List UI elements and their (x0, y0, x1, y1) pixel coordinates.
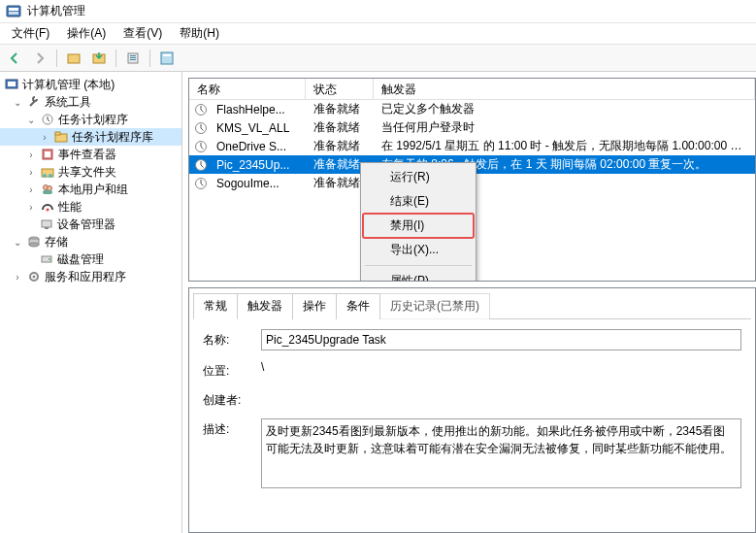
properties-button[interactable] (122, 48, 144, 69)
task-row[interactable]: KMS_VL_ALL准备就绪当任何用户登录时 (189, 118, 755, 137)
svg-rect-12 (8, 82, 16, 86)
chevron-down-icon[interactable]: ⌄ (12, 97, 23, 108)
create-task-button[interactable] (63, 48, 84, 69)
tab-triggers[interactable]: 触发器 (237, 293, 293, 319)
svg-rect-3 (68, 54, 80, 63)
svg-rect-26 (45, 227, 49, 229)
chevron-down-icon[interactable]: ⌄ (25, 115, 37, 125)
nav-back-button[interactable] (4, 48, 25, 69)
tree-systools[interactable]: ⌄ 系统工具 (0, 93, 181, 111)
svg-point-22 (48, 186, 52, 191)
row-location: 位置: \ (203, 360, 741, 380)
menu-view[interactable]: 查看(V) (115, 23, 170, 44)
task-list[interactable]: 名称 状态 触发器 FlashHelpe...准备就绪已定义多个触发器KMS_V… (188, 78, 756, 282)
chevron-right-icon[interactable]: › (25, 167, 37, 178)
tree-root[interactable]: 计算机管理 (本地) (0, 76, 181, 93)
task-icon (193, 120, 209, 136)
cm-export[interactable]: 导出(X)... (363, 238, 474, 262)
svg-rect-1 (9, 8, 18, 11)
refresh-button[interactable] (156, 48, 178, 69)
context-menu[interactable]: 运行(R) 结束(E) 禁用(I) 导出(X)... 属性(P) 删除(D) (360, 162, 477, 282)
name-field[interactable] (261, 329, 741, 350)
svg-point-31 (49, 258, 50, 260)
tree-devicemgr[interactable]: 设备管理器 (0, 216, 181, 233)
tree-services[interactable]: › 服务和应用程序 (0, 268, 181, 285)
tree-label: 系统工具 (45, 94, 91, 111)
chevron-right-icon[interactable]: › (12, 272, 23, 283)
task-row[interactable]: OneDrive S...准备就绪在 1992/5/1 星期五 的 11:00 … (189, 137, 755, 155)
services-icon (26, 269, 42, 284)
svg-rect-8 (130, 59, 136, 60)
task-name: KMS_VL_ALL (209, 121, 306, 135)
svg-point-24 (47, 209, 49, 212)
tree-storage[interactable]: ⌄ 存储 (0, 233, 181, 250)
menu-file[interactable]: 文件(F) (4, 23, 57, 44)
row-description: 描述: (203, 418, 741, 491)
task-status: 准备就绪 (306, 119, 374, 136)
tree-sharedfolders[interactable]: › 共享文件夹 (0, 163, 181, 181)
users-icon (40, 182, 55, 197)
task-icon (193, 157, 209, 173)
tab-history[interactable]: 历史记录(已禁用) (379, 293, 490, 319)
task-trigger: 已定义多个触发器 (374, 101, 755, 117)
col-trigger[interactable]: 触发器 (374, 79, 755, 99)
svg-rect-17 (45, 151, 50, 157)
folder-icon (53, 129, 69, 145)
cm-end[interactable]: 结束(E) (363, 189, 474, 214)
window-title: 计算机管理 (27, 3, 85, 19)
tree-scheduler[interactable]: ⌄ 任务计划程序 (0, 111, 181, 128)
svg-point-29 (29, 243, 39, 247)
chevron-right-icon[interactable]: › (25, 202, 37, 213)
task-trigger: 在 1992/5/1 星期五 的 11:00 时 - 触发后，无限期地每隔 1.… (374, 138, 755, 154)
chevron-right-icon[interactable]: › (25, 150, 37, 160)
tools-icon (26, 94, 42, 110)
tree-scheduler-library[interactable]: › 任务计划程序库 (0, 128, 181, 146)
task-icon (193, 139, 209, 154)
tree-performance[interactable]: › 性能 (0, 198, 181, 216)
nav-tree[interactable]: 计算机管理 (本地) ⌄ 系统工具 ⌄ 任务计划程序 › 任务计划程序库 › 事… (0, 72, 182, 533)
tab-general[interactable]: 常规 (193, 293, 238, 319)
tree-diskmgmt[interactable]: 磁盘管理 (0, 250, 181, 268)
titlebar: 计算机管理 (0, 0, 756, 23)
tab-actions[interactable]: 操作 (292, 293, 337, 319)
task-row[interactable]: FlashHelpe...准备就绪已定义多个触发器 (189, 100, 755, 118)
location-value: \ (261, 360, 741, 374)
cm-properties[interactable]: 属性(P) (363, 269, 474, 282)
svg-rect-10 (163, 54, 171, 56)
chevron-right-icon[interactable]: › (39, 132, 50, 143)
tree-label: 磁盘管理 (57, 251, 104, 268)
menubar: 文件(F) 操作(A) 查看(V) 帮助(H) (0, 23, 756, 45)
menu-help[interactable]: 帮助(H) (172, 23, 227, 44)
description-field[interactable] (261, 418, 741, 488)
toolbar-separator-3 (149, 50, 150, 67)
tree-label: 服务和应用程序 (45, 269, 126, 285)
tab-conditions[interactable]: 条件 (336, 293, 380, 319)
svg-rect-23 (43, 190, 52, 194)
task-icon (193, 176, 209, 191)
import-task-button[interactable] (88, 48, 110, 69)
chevron-down-icon[interactable]: ⌄ (12, 237, 23, 248)
svg-point-20 (49, 174, 52, 178)
menu-action[interactable]: 操作(A) (59, 23, 114, 44)
label-description: 描述: (203, 418, 261, 438)
cm-run[interactable]: 运行(R) (363, 165, 474, 189)
cm-disable[interactable]: 禁用(I) (363, 214, 474, 238)
gauge-icon (40, 199, 55, 215)
tree-root-label: 计算机管理 (本地) (22, 77, 115, 93)
row-author: 创建者: (203, 389, 741, 409)
col-name[interactable]: 名称 (189, 79, 306, 99)
cm-separator (365, 265, 472, 266)
task-name: OneDrive S... (209, 140, 306, 153)
tree-eventviewer[interactable]: › 事件查看器 (0, 146, 181, 163)
svg-rect-15 (55, 132, 60, 135)
tree-localusers[interactable]: › 本地用户和组 (0, 181, 181, 198)
computer-icon (4, 77, 19, 92)
tree-label: 性能 (58, 199, 82, 216)
clock-icon (40, 112, 55, 127)
svg-point-33 (33, 276, 36, 279)
chevron-right-icon[interactable]: › (25, 184, 37, 195)
nav-forward-button[interactable] (29, 48, 50, 69)
svg-rect-25 (42, 220, 51, 227)
task-name: SogouIme... (209, 177, 306, 190)
col-status[interactable]: 状态 (306, 79, 374, 99)
